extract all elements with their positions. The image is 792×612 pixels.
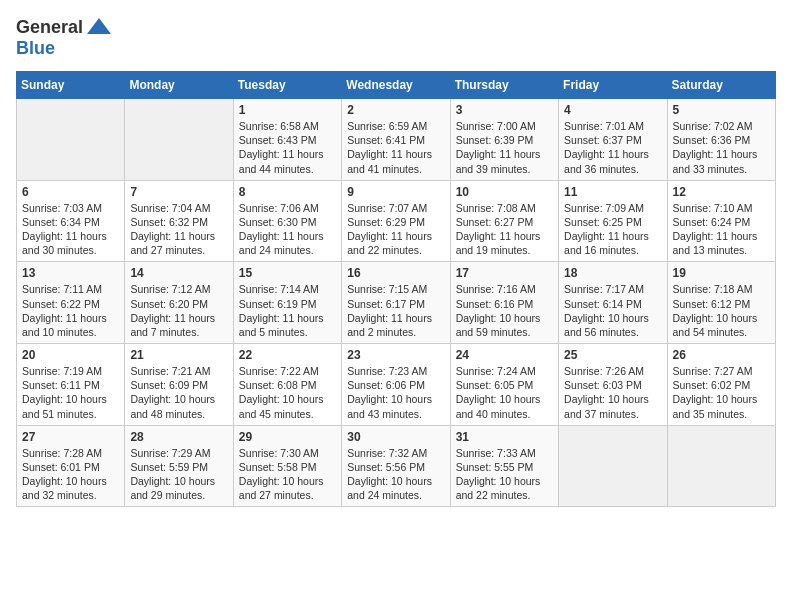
day-number: 22 <box>239 348 336 362</box>
calendar-cell: 6Sunrise: 7:03 AMSunset: 6:34 PMDaylight… <box>17 180 125 262</box>
day-number: 12 <box>673 185 770 199</box>
calendar-cell: 18Sunrise: 7:17 AMSunset: 6:14 PMDayligh… <box>559 262 667 344</box>
calendar-cell: 10Sunrise: 7:08 AMSunset: 6:27 PMDayligh… <box>450 180 558 262</box>
day-info: Sunrise: 7:23 AMSunset: 6:06 PMDaylight:… <box>347 364 444 421</box>
day-info: Sunrise: 7:09 AMSunset: 6:25 PMDaylight:… <box>564 201 661 258</box>
calendar-cell: 27Sunrise: 7:28 AMSunset: 6:01 PMDayligh… <box>17 425 125 507</box>
day-info: Sunrise: 7:11 AMSunset: 6:22 PMDaylight:… <box>22 282 119 339</box>
day-info: Sunrise: 7:00 AMSunset: 6:39 PMDaylight:… <box>456 119 553 176</box>
day-info: Sunrise: 7:22 AMSunset: 6:08 PMDaylight:… <box>239 364 336 421</box>
day-number: 15 <box>239 266 336 280</box>
logo: General Blue <box>16 16 113 59</box>
calendar-cell: 3Sunrise: 7:00 AMSunset: 6:39 PMDaylight… <box>450 99 558 181</box>
calendar-cell: 24Sunrise: 7:24 AMSunset: 6:05 PMDayligh… <box>450 344 558 426</box>
calendar-cell <box>17 99 125 181</box>
day-number: 30 <box>347 430 444 444</box>
day-info: Sunrise: 7:19 AMSunset: 6:11 PMDaylight:… <box>22 364 119 421</box>
calendar-cell: 25Sunrise: 7:26 AMSunset: 6:03 PMDayligh… <box>559 344 667 426</box>
day-number: 25 <box>564 348 661 362</box>
calendar-cell: 11Sunrise: 7:09 AMSunset: 6:25 PMDayligh… <box>559 180 667 262</box>
day-info: Sunrise: 7:10 AMSunset: 6:24 PMDaylight:… <box>673 201 770 258</box>
calendar-cell: 1Sunrise: 6:58 AMSunset: 6:43 PMDaylight… <box>233 99 341 181</box>
header-saturday: Saturday <box>667 72 775 99</box>
day-info: Sunrise: 7:04 AMSunset: 6:32 PMDaylight:… <box>130 201 227 258</box>
day-number: 23 <box>347 348 444 362</box>
header-friday: Friday <box>559 72 667 99</box>
day-number: 16 <box>347 266 444 280</box>
day-number: 28 <box>130 430 227 444</box>
day-info: Sunrise: 7:06 AMSunset: 6:30 PMDaylight:… <box>239 201 336 258</box>
header-monday: Monday <box>125 72 233 99</box>
calendar-cell: 31Sunrise: 7:33 AMSunset: 5:55 PMDayligh… <box>450 425 558 507</box>
day-info: Sunrise: 7:30 AMSunset: 5:58 PMDaylight:… <box>239 446 336 503</box>
day-number: 9 <box>347 185 444 199</box>
day-number: 31 <box>456 430 553 444</box>
calendar-cell: 15Sunrise: 7:14 AMSunset: 6:19 PMDayligh… <box>233 262 341 344</box>
calendar-cell: 23Sunrise: 7:23 AMSunset: 6:06 PMDayligh… <box>342 344 450 426</box>
day-info: Sunrise: 7:24 AMSunset: 6:05 PMDaylight:… <box>456 364 553 421</box>
day-info: Sunrise: 7:15 AMSunset: 6:17 PMDaylight:… <box>347 282 444 339</box>
day-number: 26 <box>673 348 770 362</box>
day-number: 4 <box>564 103 661 117</box>
day-info: Sunrise: 7:21 AMSunset: 6:09 PMDaylight:… <box>130 364 227 421</box>
day-info: Sunrise: 7:28 AMSunset: 6:01 PMDaylight:… <box>22 446 119 503</box>
calendar-cell: 30Sunrise: 7:32 AMSunset: 5:56 PMDayligh… <box>342 425 450 507</box>
day-info: Sunrise: 7:32 AMSunset: 5:56 PMDaylight:… <box>347 446 444 503</box>
day-number: 17 <box>456 266 553 280</box>
calendar-cell <box>559 425 667 507</box>
calendar-cell: 16Sunrise: 7:15 AMSunset: 6:17 PMDayligh… <box>342 262 450 344</box>
day-number: 1 <box>239 103 336 117</box>
day-info: Sunrise: 6:59 AMSunset: 6:41 PMDaylight:… <box>347 119 444 176</box>
calendar-cell: 12Sunrise: 7:10 AMSunset: 6:24 PMDayligh… <box>667 180 775 262</box>
calendar-cell <box>667 425 775 507</box>
day-info: Sunrise: 7:17 AMSunset: 6:14 PMDaylight:… <box>564 282 661 339</box>
day-info: Sunrise: 7:02 AMSunset: 6:36 PMDaylight:… <box>673 119 770 176</box>
day-number: 19 <box>673 266 770 280</box>
day-number: 5 <box>673 103 770 117</box>
day-info: Sunrise: 7:16 AMSunset: 6:16 PMDaylight:… <box>456 282 553 339</box>
header-wednesday: Wednesday <box>342 72 450 99</box>
calendar-cell: 14Sunrise: 7:12 AMSunset: 6:20 PMDayligh… <box>125 262 233 344</box>
header-thursday: Thursday <box>450 72 558 99</box>
day-number: 29 <box>239 430 336 444</box>
calendar-cell: 28Sunrise: 7:29 AMSunset: 5:59 PMDayligh… <box>125 425 233 507</box>
svg-marker-0 <box>87 18 111 34</box>
day-number: 24 <box>456 348 553 362</box>
calendar-cell: 9Sunrise: 7:07 AMSunset: 6:29 PMDaylight… <box>342 180 450 262</box>
calendar-cell: 17Sunrise: 7:16 AMSunset: 6:16 PMDayligh… <box>450 262 558 344</box>
calendar-table: SundayMondayTuesdayWednesdayThursdayFrid… <box>16 71 776 507</box>
logo-blue-text: Blue <box>16 38 55 59</box>
calendar-week-row: 20Sunrise: 7:19 AMSunset: 6:11 PMDayligh… <box>17 344 776 426</box>
calendar-cell <box>125 99 233 181</box>
calendar-week-row: 27Sunrise: 7:28 AMSunset: 6:01 PMDayligh… <box>17 425 776 507</box>
calendar-cell: 19Sunrise: 7:18 AMSunset: 6:12 PMDayligh… <box>667 262 775 344</box>
day-info: Sunrise: 7:26 AMSunset: 6:03 PMDaylight:… <box>564 364 661 421</box>
calendar-cell: 22Sunrise: 7:22 AMSunset: 6:08 PMDayligh… <box>233 344 341 426</box>
day-number: 6 <box>22 185 119 199</box>
day-info: Sunrise: 7:12 AMSunset: 6:20 PMDaylight:… <box>130 282 227 339</box>
header-tuesday: Tuesday <box>233 72 341 99</box>
day-info: Sunrise: 7:18 AMSunset: 6:12 PMDaylight:… <box>673 282 770 339</box>
day-number: 3 <box>456 103 553 117</box>
day-info: Sunrise: 6:58 AMSunset: 6:43 PMDaylight:… <box>239 119 336 176</box>
calendar-cell: 26Sunrise: 7:27 AMSunset: 6:02 PMDayligh… <box>667 344 775 426</box>
calendar-week-row: 1Sunrise: 6:58 AMSunset: 6:43 PMDaylight… <box>17 99 776 181</box>
day-info: Sunrise: 7:29 AMSunset: 5:59 PMDaylight:… <box>130 446 227 503</box>
calendar-week-row: 13Sunrise: 7:11 AMSunset: 6:22 PMDayligh… <box>17 262 776 344</box>
logo-general-text: General <box>16 17 83 38</box>
calendar-cell: 21Sunrise: 7:21 AMSunset: 6:09 PMDayligh… <box>125 344 233 426</box>
day-number: 2 <box>347 103 444 117</box>
day-number: 20 <box>22 348 119 362</box>
day-info: Sunrise: 7:03 AMSunset: 6:34 PMDaylight:… <box>22 201 119 258</box>
day-number: 27 <box>22 430 119 444</box>
day-number: 18 <box>564 266 661 280</box>
page-header: General Blue <box>16 16 776 59</box>
day-info: Sunrise: 7:08 AMSunset: 6:27 PMDaylight:… <box>456 201 553 258</box>
day-number: 11 <box>564 185 661 199</box>
calendar-cell: 13Sunrise: 7:11 AMSunset: 6:22 PMDayligh… <box>17 262 125 344</box>
calendar-cell: 20Sunrise: 7:19 AMSunset: 6:11 PMDayligh… <box>17 344 125 426</box>
day-number: 13 <box>22 266 119 280</box>
calendar-cell: 5Sunrise: 7:02 AMSunset: 6:36 PMDaylight… <box>667 99 775 181</box>
calendar-cell: 7Sunrise: 7:04 AMSunset: 6:32 PMDaylight… <box>125 180 233 262</box>
day-number: 10 <box>456 185 553 199</box>
